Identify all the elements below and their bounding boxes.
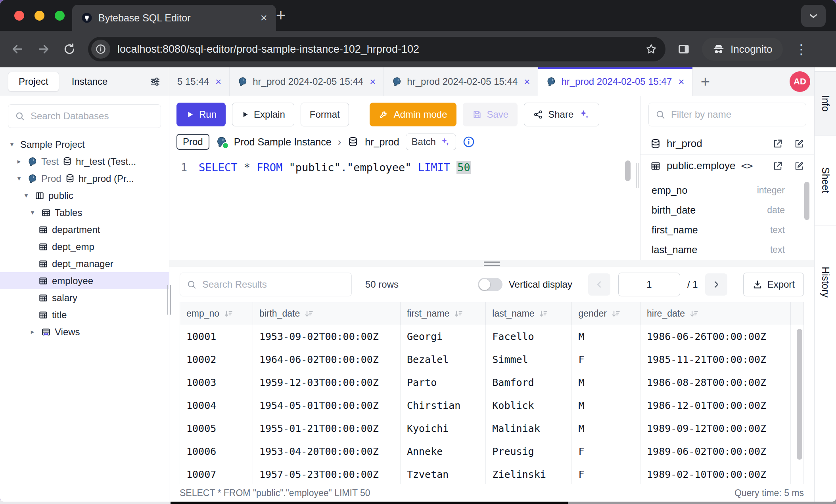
- prev-page-button[interactable]: [588, 273, 610, 296]
- table-cell[interactable]: Koblick: [486, 394, 572, 417]
- tree-item-employee[interactable]: employee: [0, 272, 169, 289]
- close-tab-icon[interactable]: ×: [260, 12, 267, 24]
- site-info-icon[interactable]: [91, 40, 110, 59]
- table-cell[interactable]: Zielinski: [486, 463, 572, 484]
- tree-item-tables[interactable]: ▾Tables: [0, 204, 169, 221]
- table-cell[interactable]: 10002: [180, 348, 253, 371]
- table-row[interactable]: 100011953-09-02T00:00:00ZGeorgiFacelloM1…: [180, 325, 804, 348]
- table-cell[interactable]: 1989-02-10T00:00:00Z: [640, 463, 791, 484]
- sort-icon[interactable]: [538, 309, 548, 319]
- results-search[interactable]: [180, 273, 352, 296]
- open-external-icon[interactable]: [772, 160, 783, 172]
- table-cell[interactable]: 1955-01-21T00:00:00Z: [253, 417, 400, 440]
- caret-right-icon[interactable]: ▸: [28, 328, 37, 336]
- ai-sparkle-icon[interactable]: [578, 109, 590, 120]
- side-panel-icon[interactable]: [677, 43, 690, 55]
- table-row[interactable]: 100061953-04-20T00:00:00ZAnnekePreusigF1…: [180, 440, 804, 463]
- forward-button[interactable]: [36, 42, 51, 56]
- table-cell[interactable]: 10001: [180, 325, 253, 348]
- columns-scrollbar-thumb[interactable]: [804, 182, 809, 220]
- tree-item-views[interactable]: ▸Views: [0, 323, 169, 340]
- back-button[interactable]: [10, 42, 25, 56]
- search-results-input[interactable]: [201, 279, 345, 290]
- browser-menu-icon[interactable]: ⋮: [795, 41, 808, 57]
- table-cell[interactable]: Preusig: [486, 440, 572, 463]
- zoom-window-button[interactable]: [55, 11, 65, 21]
- table-cell[interactable]: F: [572, 348, 640, 371]
- tree-item-sample-project[interactable]: ▾Sample Project: [0, 136, 169, 153]
- table-cell[interactable]: Chirstian: [400, 394, 485, 417]
- vertical-display-toggle[interactable]: [478, 278, 502, 291]
- editor-tab[interactable]: hr_prod 2024-02-05 15:47×: [538, 67, 692, 96]
- edit-icon[interactable]: [794, 160, 805, 172]
- database-search[interactable]: [8, 104, 161, 128]
- share-button[interactable]: Share: [524, 103, 599, 126]
- table-cell[interactable]: 1959-12-03T00:00:00Z: [253, 371, 400, 394]
- column-row[interactable]: emp_nointeger: [640, 180, 814, 200]
- table-cell[interactable]: F: [572, 440, 640, 463]
- table-cell[interactable]: M: [572, 417, 640, 440]
- table-cell[interactable]: 1964-06-02T00:00:00Z: [253, 348, 400, 371]
- caret-down-icon[interactable]: ▾: [14, 174, 24, 183]
- format-button[interactable]: Format: [301, 103, 349, 126]
- table-cell[interactable]: Maliniak: [486, 417, 572, 440]
- table-cell[interactable]: Tzvetan: [400, 463, 485, 484]
- table-cell[interactable]: M: [572, 371, 640, 394]
- table-cell[interactable]: Parto: [400, 371, 485, 394]
- table-row[interactable]: 100051955-01-21T00:00:00ZKyoichiMaliniak…: [180, 417, 804, 440]
- table-row[interactable]: 100021964-06-02T00:00:00ZBezalelSimmelF1…: [180, 348, 804, 371]
- batch-mode-chip[interactable]: Batch: [406, 134, 456, 150]
- column-header-last_name[interactable]: last_name: [486, 302, 572, 325]
- column-header-first_name[interactable]: first_name: [400, 302, 485, 325]
- tab-history[interactable]: History: [815, 225, 836, 339]
- tab-project[interactable]: Project: [8, 72, 59, 92]
- editor-scrollbar-thumb[interactable]: [625, 160, 631, 181]
- minimize-window-button[interactable]: [35, 11, 44, 21]
- new-sheet-button[interactable]: +: [693, 67, 718, 96]
- tree-item-hr-prod-pr-[interactable]: ▾Prodhr_prod (Pr...: [0, 170, 169, 187]
- new-tab-button[interactable]: +: [269, 4, 293, 27]
- table-cell[interactable]: 10004: [180, 394, 253, 417]
- close-tab-icon[interactable]: ×: [370, 76, 376, 88]
- tree-settings-icon[interactable]: [149, 76, 161, 88]
- column-header-gender[interactable]: gender: [572, 302, 640, 325]
- sort-icon[interactable]: [611, 309, 621, 319]
- caret-right-icon[interactable]: ▸: [14, 157, 24, 166]
- caret-down-icon[interactable]: ▾: [21, 191, 31, 200]
- table-cell[interactable]: Anneke: [400, 440, 485, 463]
- column-row[interactable]: first_nametext: [640, 220, 814, 240]
- column-row[interactable]: birth_datedate: [640, 200, 814, 220]
- panel-resize-handle[interactable]: [636, 163, 639, 188]
- table-scrollbar-thumb[interactable]: [797, 329, 802, 460]
- save-button[interactable]: Save: [463, 103, 518, 126]
- column-header-birth_date[interactable]: birth_date: [253, 302, 400, 325]
- view-code-icon[interactable]: <>: [741, 160, 753, 172]
- tree-item-dept-emp[interactable]: dept_emp: [0, 238, 169, 255]
- table-cell[interactable]: Bezalel: [400, 348, 485, 371]
- table-cell[interactable]: Facello: [486, 325, 572, 348]
- tab-instance[interactable]: Instance: [61, 72, 118, 91]
- table-cell[interactable]: 10003: [180, 371, 253, 394]
- table-cell[interactable]: 1953-04-20T00:00:00Z: [253, 440, 400, 463]
- tree-item-hr-test-test-[interactable]: ▸Testhr_test (Test...: [0, 153, 169, 170]
- table-cell[interactable]: 1986-12-01T00:00:00Z: [640, 394, 791, 417]
- filter-box[interactable]: [648, 103, 806, 126]
- table-cell[interactable]: Bamford: [486, 371, 572, 394]
- table-cell[interactable]: Simmel: [486, 348, 572, 371]
- table-cell[interactable]: Kyoichi: [400, 417, 485, 440]
- close-tab-icon[interactable]: ×: [678, 76, 684, 88]
- sort-icon[interactable]: [453, 309, 464, 319]
- sql-editor[interactable]: 1 SELECT * FROM "public"."employee" LIMI…: [169, 157, 640, 260]
- edit-icon[interactable]: [794, 138, 805, 149]
- table-row[interactable]: 100071957-05-23T00:00:00ZTzvetanZielinsk…: [180, 463, 804, 484]
- table-cell[interactable]: 1989-09-12T00:00:00Z: [640, 417, 791, 440]
- reload-button[interactable]: [63, 42, 76, 56]
- run-button[interactable]: Run: [176, 103, 226, 126]
- column-header-hire_date[interactable]: hire_date: [640, 302, 791, 325]
- tab-info[interactable]: Info: [815, 71, 836, 136]
- explain-button[interactable]: Explain: [232, 103, 294, 126]
- sort-icon[interactable]: [689, 309, 699, 319]
- database-name[interactable]: hr_prod: [365, 136, 399, 148]
- table-cell[interactable]: 1954-05-01T00:00:00Z: [253, 394, 400, 417]
- table-cell[interactable]: M: [572, 325, 640, 348]
